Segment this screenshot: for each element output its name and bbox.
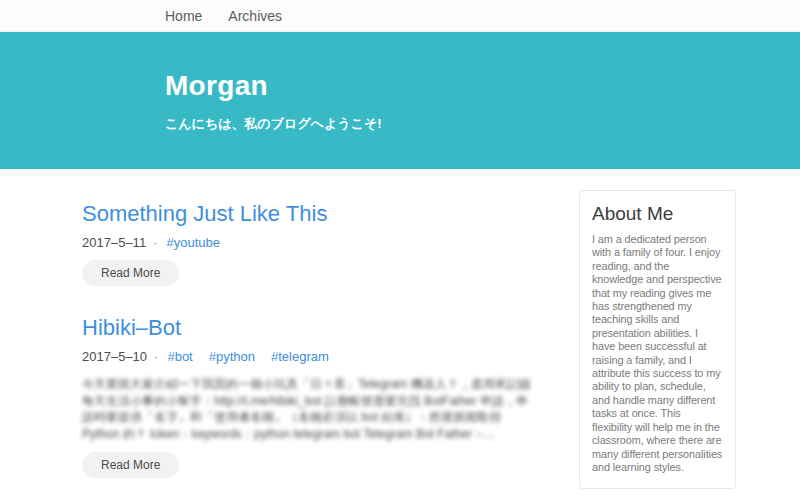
- about-me-heading: About Me: [592, 203, 723, 225]
- post-list: Something Just Like This 2017–5–11·#yout…: [82, 202, 539, 500]
- post-date: 2017–5–11: [82, 235, 146, 250]
- site-title: Morgan: [165, 72, 800, 100]
- banner: Morgan こんにちは、私のブログへようこそ!: [0, 32, 800, 169]
- meta-separator: ·: [153, 235, 157, 250]
- read-more-button[interactable]: Read More: [82, 260, 179, 286]
- post-excerpt-blurred: 今天要跟大家介紹一下我寫的一個小玩具「日々喜」Telegram 機器人？，是用來…: [82, 376, 540, 442]
- nav-item-home[interactable]: Home: [165, 8, 202, 24]
- post-date: 2017–5–10: [82, 349, 147, 364]
- post-item: Hibiki–Bot 2017–5–10·#bot#python#telegra…: [82, 316, 539, 478]
- sidebar: About Me I am a dedicated person with a …: [579, 190, 736, 500]
- tag-link-youtube[interactable]: #youtube: [166, 235, 220, 250]
- site-subtitle: こんにちは、私のブログへようこそ!: [165, 115, 800, 133]
- tag-link-python[interactable]: #python: [209, 349, 255, 364]
- post-title-link[interactable]: Hibiki–Bot: [82, 316, 539, 340]
- post-title-link[interactable]: Something Just Like This: [82, 202, 539, 226]
- post-meta: 2017–5–10·#bot#python#telegram: [82, 349, 539, 364]
- main-content: Something Just Like This 2017–5–11·#yout…: [82, 169, 736, 500]
- post-item: Something Just Like This 2017–5–11·#yout…: [82, 202, 539, 286]
- nav-item-archives[interactable]: Archives: [228, 8, 282, 24]
- meta-separator: ·: [154, 349, 158, 364]
- read-more-button[interactable]: Read More: [82, 452, 179, 478]
- tag-link-bot[interactable]: #bot: [167, 349, 192, 364]
- post-meta: 2017–5–11·#youtube: [82, 235, 539, 250]
- about-me-text: I am a dedicated person with a family of…: [592, 233, 723, 474]
- about-me-widget: About Me I am a dedicated person with a …: [579, 190, 736, 489]
- tag-link-telegram[interactable]: #telegram: [271, 349, 329, 364]
- top-nav: Home Archives: [0, 0, 800, 32]
